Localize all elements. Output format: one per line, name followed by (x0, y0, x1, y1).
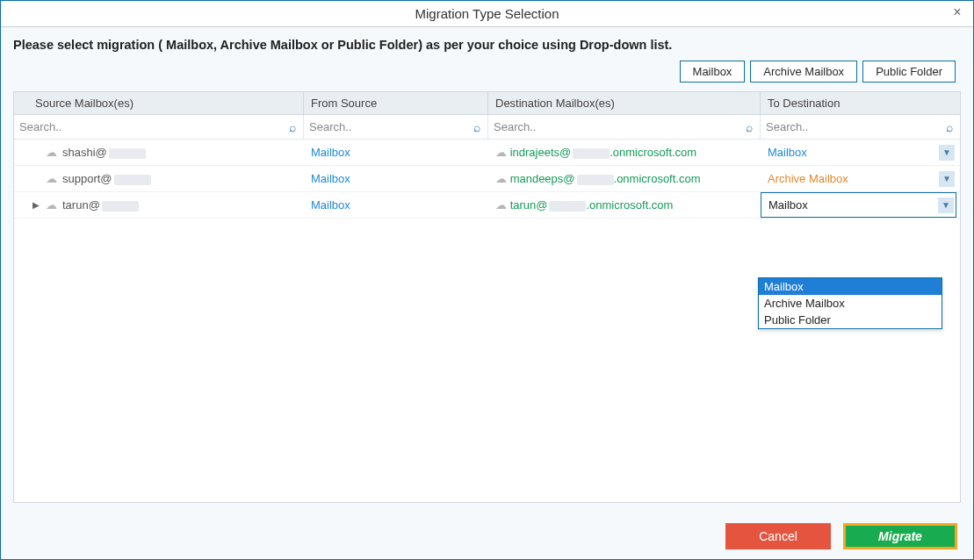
cloud-icon: ☁ (495, 198, 507, 212)
source-mailbox-text: tarun@ (62, 198, 139, 212)
from-source-value: Mailbox (311, 172, 350, 185)
dest-mailbox-text: tarun@.onmicrosoft.com (510, 198, 674, 212)
from-source-cell[interactable]: Mailbox (304, 166, 488, 191)
to-destination-dropdown[interactable]: Mailbox Archive Mailbox Public Folder (758, 277, 942, 329)
header-from: From Source (304, 92, 488, 114)
to-destination-cell[interactable]: Archive Mailbox ▼ (761, 166, 960, 191)
search-to-cell: ⌕ (761, 115, 960, 139)
table-row: ☁ support@ Mailbox ☁ mandeeps@.onmicroso… (14, 166, 960, 192)
chevron-down-icon[interactable]: ▼ (938, 197, 954, 213)
search-from-input[interactable] (309, 120, 482, 133)
grid-header: Source Mailbox(es) From Source Destinati… (14, 92, 960, 115)
cloud-icon: ☁ (46, 146, 57, 159)
type-button-group: Mailbox Archive Mailbox Public Folder (13, 61, 956, 83)
search-dest-cell: ⌕ (488, 115, 761, 139)
to-destination-cell[interactable]: Mailbox ▼ (761, 140, 960, 165)
chevron-down-icon[interactable]: ▼ (939, 145, 955, 161)
search-dest-input[interactable] (494, 120, 754, 133)
search-row: ⌕ ⌕ ⌕ ⌕ (14, 115, 960, 140)
dest-mailbox-cell: ☁ mandeeps@.onmicrosoft.com (488, 166, 761, 191)
instruction-text: Please select migration ( Mailbox, Archi… (13, 38, 961, 52)
cloud-icon: ☁ (495, 146, 507, 159)
search-source-input[interactable] (19, 120, 298, 133)
dialog-window: Migration Type Selection × Please select… (0, 0, 974, 560)
dropdown-option-mailbox[interactable]: Mailbox (759, 278, 942, 295)
header-to: To Destination (761, 92, 960, 114)
to-destination-value: Mailbox (768, 198, 808, 212)
dropdown-option-archive[interactable]: Archive Mailbox (759, 295, 942, 312)
footer: Cancel Migrate (1, 513, 973, 559)
cloud-icon: ☁ (46, 172, 57, 185)
header-source: Source Mailbox(es) (14, 92, 304, 114)
type-button-mailbox[interactable]: Mailbox (680, 61, 746, 83)
dest-mailbox-cell: ☁ tarun@.onmicrosoft.com (488, 192, 761, 218)
close-icon[interactable]: × (949, 4, 966, 20)
dropdown-option-public[interactable]: Public Folder (759, 312, 942, 328)
content-area: Please select migration ( Mailbox, Archi… (1, 27, 973, 513)
from-source-cell[interactable]: Mailbox (304, 192, 488, 218)
to-destination-value: Mailbox (768, 146, 807, 159)
expander-icon[interactable]: ▶ (32, 200, 40, 210)
from-source-value: Mailbox (311, 146, 350, 159)
table-row: ▶ ☁ tarun@ Mailbox ☁ tarun@.onmicrosoft.… (14, 192, 960, 219)
source-mailbox-cell: ☁ support@ (14, 166, 304, 191)
source-mailbox-cell: ☁ shashi@ (14, 140, 304, 165)
header-dest: Destination Mailbox(es) (488, 92, 761, 114)
dest-mailbox-text: mandeeps@.onmicrosoft.com (510, 172, 701, 185)
migrate-button[interactable]: Migrate (843, 523, 957, 549)
cancel-button[interactable]: Cancel (725, 523, 831, 549)
source-mailbox-cell: ▶ ☁ tarun@ (14, 192, 304, 218)
search-source-cell: ⌕ (14, 115, 304, 139)
dialog-title: Migration Type Selection (415, 6, 559, 21)
search-to-input[interactable] (766, 120, 955, 133)
source-mailbox-text: shashi@ (62, 146, 146, 159)
dest-mailbox-cell: ☁ indrajeets@.onmicrosoft.com (488, 140, 761, 165)
chevron-down-icon[interactable]: ▼ (939, 171, 955, 187)
table-row: ☁ shashi@ Mailbox ☁ indrajeets@.onmicros… (14, 140, 960, 166)
source-mailbox-text: support@ (62, 172, 151, 185)
to-destination-combobox[interactable]: Mailbox ▼ (761, 192, 956, 218)
cloud-icon: ☁ (495, 172, 507, 185)
search-from-cell: ⌕ (304, 115, 488, 139)
type-button-public[interactable]: Public Folder (862, 61, 956, 83)
cloud-icon: ☁ (46, 198, 57, 212)
migration-grid: Source Mailbox(es) From Source Destinati… (13, 91, 961, 503)
dest-mailbox-text: indrajeets@.onmicrosoft.com (510, 146, 697, 159)
from-source-value: Mailbox (311, 198, 350, 212)
titlebar: Migration Type Selection × (1, 1, 973, 27)
from-source-cell[interactable]: Mailbox (304, 140, 488, 165)
type-button-archive[interactable]: Archive Mailbox (750, 61, 857, 83)
to-destination-value: Archive Mailbox (768, 172, 848, 185)
